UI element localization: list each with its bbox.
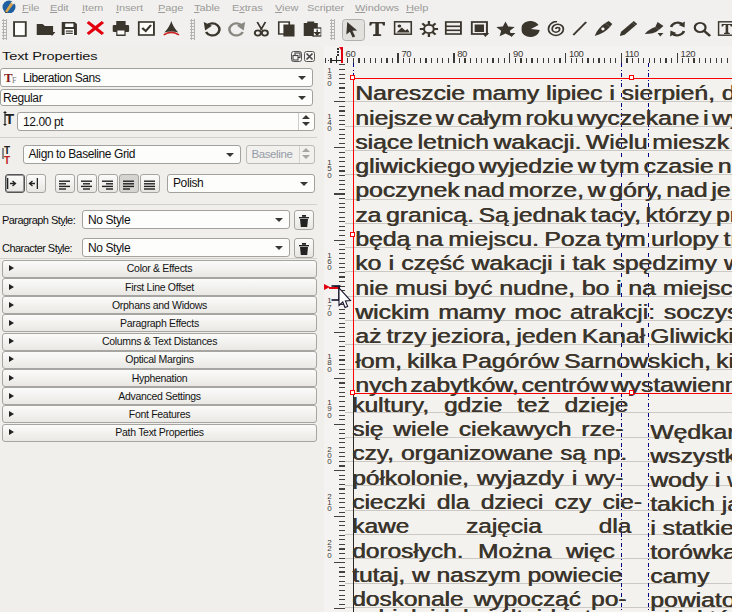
svg-text:F: F [12, 76, 17, 84]
svg-text:T: T [5, 111, 14, 126]
svg-text:T: T [4, 155, 10, 165]
